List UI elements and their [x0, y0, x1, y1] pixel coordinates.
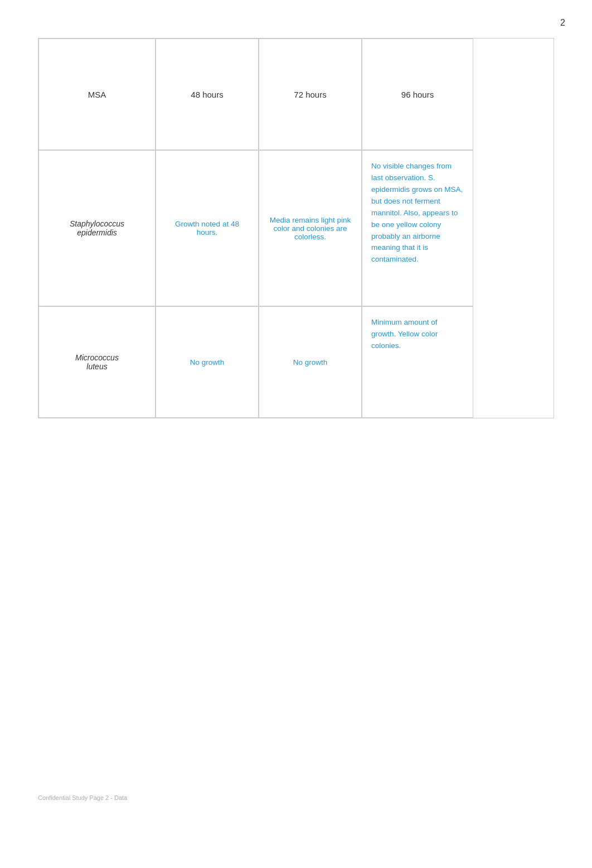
- row2-col2: No growth: [156, 306, 259, 418]
- row2-col3: No growth: [259, 306, 362, 418]
- row1-col2: Growth noted at 48 hours.: [156, 150, 259, 306]
- row2-organism: Micrococcus luteus: [38, 306, 156, 418]
- row1-col4: No visible changes from last observation…: [362, 150, 473, 306]
- table-grid: MSA 48 hours 72 hours 96 hours Staphyloc…: [38, 38, 554, 418]
- header-col1: MSA: [38, 38, 156, 150]
- header-col4: 96 hours: [362, 38, 473, 150]
- header-col2: 48 hours: [156, 38, 259, 150]
- footer-text: Confidential Study Page 2 - Data: [38, 794, 127, 801]
- row1-col3: Media remains light pink color and colon…: [259, 150, 362, 306]
- row2-col4: Minimum amount of growth. Yellow color c…: [362, 306, 473, 418]
- header-col3: 72 hours: [259, 38, 362, 150]
- table-wrapper: MSA 48 hours 72 hours 96 hours Staphyloc…: [38, 38, 554, 418]
- row1-organism: Staphylococcus epidermidis: [38, 150, 156, 306]
- page-number: 2: [560, 18, 565, 28]
